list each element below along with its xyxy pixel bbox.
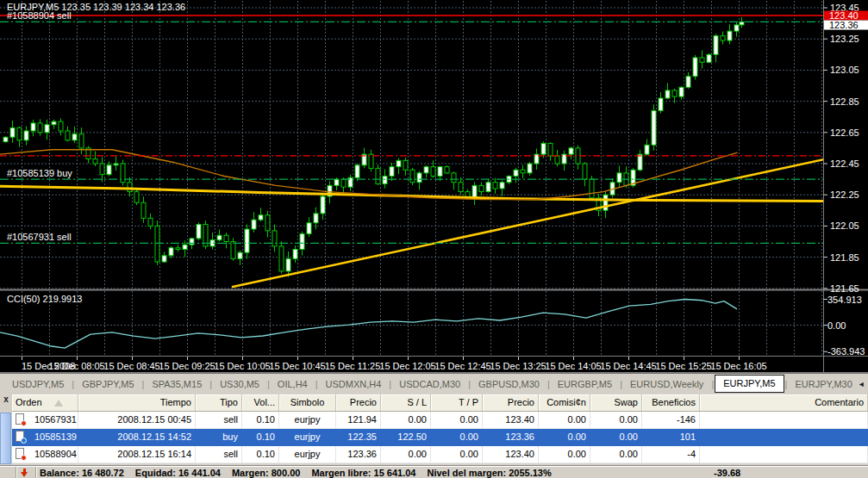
tab-separator: | xyxy=(711,379,714,389)
cell-tiempo: 2008.12.15 16:14 xyxy=(78,446,196,463)
time-tick-label: 15 Dec 10:45 xyxy=(269,361,325,371)
header-s-l[interactable]: S / L xyxy=(381,394,431,411)
chart-canvas[interactable]: 123.45123.25123.05122.85122.65122.45122.… xyxy=(0,0,868,373)
header-t-p[interactable]: T / P xyxy=(431,394,483,411)
cci-indicator-label: CCI(50) 219.9913 xyxy=(7,294,82,304)
order-buy-icon xyxy=(16,431,26,443)
mt4-window: 123.45123.25123.05122.85122.65122.45122.… xyxy=(0,0,868,478)
cell-simbolo: eurjpy xyxy=(279,446,336,463)
terminal-panel: x OrdenTiempoTipoVol...SimboloPrecioS / … xyxy=(0,394,868,465)
tab-usdcad-m30[interactable]: USDCAD,M30 xyxy=(392,376,467,393)
header-simbolo[interactable]: Simbolo xyxy=(279,394,336,411)
tab-usdmxn-h4[interactable]: USDMXN,H4 xyxy=(319,376,389,393)
cell-vol-: 0.10 xyxy=(242,446,279,463)
order-row-10588904[interactable]: 105889042008.12.15 16:14sell0.10eurjpy12… xyxy=(12,446,868,463)
cell-tiempo: 2008.12.15 14:52 xyxy=(78,429,196,446)
cell-vol-: 0.10 xyxy=(242,429,279,446)
chart-area: 123.45123.25123.05122.85122.65122.45122.… xyxy=(0,0,868,373)
header-comentario[interactable]: Comentario xyxy=(700,394,868,411)
cci-scale-label: 354.913 xyxy=(827,295,862,305)
order-line-label-sell-10588904: #10588904 sell xyxy=(7,10,72,21)
cell-beneficios: -146 xyxy=(642,412,700,429)
cell-beneficios: -4 xyxy=(642,446,700,463)
cell-precio: 123.40 xyxy=(483,412,539,429)
price-tick-label: 122.45 xyxy=(830,158,859,169)
tab-separator: | xyxy=(267,379,270,389)
header-vol-[interactable]: Vol... xyxy=(242,394,279,411)
terminal-close-button[interactable]: x xyxy=(1,394,11,405)
tab-gbpjpy-m5[interactable]: GBPJPY,M5 xyxy=(75,376,141,393)
tab-us30-m5[interactable]: US30,M5 xyxy=(213,376,266,393)
tab-eurusd-weekly[interactable]: EURUSD,Weekly xyxy=(623,376,710,393)
floating-profit-value: -39.68 xyxy=(714,468,740,478)
price-tick-label: 122.05 xyxy=(830,220,859,231)
header-precio[interactable]: Precio xyxy=(336,394,381,411)
header-beneficios[interactable]: Beneficios xyxy=(642,394,700,411)
status-divider xyxy=(35,467,36,478)
cell-vol-: 0.10 xyxy=(242,412,279,429)
status-segment: Margen: 800.00 xyxy=(232,468,300,478)
header-comisi-n[interactable]: Comisi¢n xyxy=(539,394,590,411)
chart-tabs-bar: USDJPY,M5|GBPJPY,M5|SPA35,M15|US30,M5|OI… xyxy=(0,373,868,394)
header-tiempo[interactable]: Tiempo xyxy=(78,394,196,411)
price-tick-label: 121.65 xyxy=(830,283,859,294)
tab-eurjpy-m5[interactable]: EURJPY,M5 xyxy=(715,375,784,393)
header-precio[interactable]: Precio xyxy=(483,394,539,411)
time-tick-label: 15 Dec 12:05 xyxy=(379,361,435,371)
price-tick-label: 122.85 xyxy=(830,96,859,107)
price-tick-label: 122.65 xyxy=(830,127,859,138)
tab-eurjpy-m30[interactable]: EURJPY,M30 xyxy=(788,376,859,393)
orders-table-header: OrdenTiempoTipoVol...SimboloPrecioS / LT… xyxy=(12,394,868,412)
cell-tiempo: 2008.12.15 00:45 xyxy=(78,412,196,429)
cell-s-l: 0.00 xyxy=(381,412,431,429)
order-row-10567931[interactable]: 105679312008.12.15 00:45sell0.10eurjpy12… xyxy=(12,412,868,429)
time-tick-label: 15 Dec 16:05 xyxy=(710,361,766,371)
tab-separator: | xyxy=(785,379,788,389)
account-status-text: Balance: 16 480.72Equidad: 16 441.04Marg… xyxy=(40,468,563,478)
price-tick-label: 122.25 xyxy=(830,189,859,200)
tab-spa35-m15[interactable]: SPA35,M15 xyxy=(145,376,209,393)
header-tipo[interactable]: Tipo xyxy=(196,394,242,411)
status-bar: Balance: 16 480.72Equidad: 16 441.04Marg… xyxy=(0,465,868,478)
tab-scroll-left-icon[interactable]: ◂ xyxy=(859,379,864,388)
status-segment: Margen libre: 15 641.04 xyxy=(311,468,415,478)
cell-comisi-n: 0.00 xyxy=(539,412,590,429)
cell-precio: 122.35 xyxy=(336,429,381,446)
time-tick-label: 15 Dec 12:45 xyxy=(434,361,490,371)
tab-eurgbp-m5[interactable]: EURGBP,M5 xyxy=(551,376,619,393)
cci-scale-label: -363.943 xyxy=(827,346,865,357)
cell-swap: 0.00 xyxy=(590,429,642,446)
price-tick-label: 121.85 xyxy=(830,252,859,263)
cell-comentario xyxy=(700,412,868,429)
time-tick-label: 15 Dec 10:05 xyxy=(214,361,270,371)
tab-oil-h4[interactable]: OIL,H4 xyxy=(271,376,315,393)
status-segment: Equidad: 16 441.04 xyxy=(135,468,221,478)
tab-gbpusd-m30[interactable]: GBPUSD,M30 xyxy=(471,376,546,393)
cell-swap: 0.00 xyxy=(590,412,642,429)
cell-comentario xyxy=(700,446,868,463)
header-orden[interactable]: Orden xyxy=(12,394,78,411)
time-tick-label: 15 Dec 08:45 xyxy=(103,361,159,371)
time-tick-label: 15 Dec 08:05 xyxy=(48,361,104,371)
header-swap[interactable]: Swap xyxy=(590,394,642,411)
terminal-drag-strip[interactable] xyxy=(0,413,11,464)
cell-swap: 0.00 xyxy=(590,446,642,463)
tab-separator: | xyxy=(468,379,471,389)
cell-orden: 10588904 xyxy=(12,446,78,463)
cell-comisi-n: 0.00 xyxy=(539,429,590,446)
status-divider xyxy=(16,467,16,478)
tab-separator: | xyxy=(389,379,391,389)
cell-precio: 123.40 xyxy=(483,446,539,463)
price-tick-label: 123.25 xyxy=(830,34,859,44)
bid-marker-value: 123.36 xyxy=(829,20,859,30)
cell-beneficios: 101 xyxy=(642,429,700,446)
orders-table: OrdenTiempoTipoVol...SimboloPrecioS / LT… xyxy=(12,394,868,463)
time-tick-label: 15 Dec 14:05 xyxy=(545,361,601,371)
tab-usdjpy-m5[interactable]: USDJPY,M5 xyxy=(5,376,71,393)
cell-comisi-n: 0.00 xyxy=(539,446,590,463)
status-segment: Balance: 16 480.72 xyxy=(40,468,124,478)
cell-t-p: 0.00 xyxy=(431,429,483,446)
cell-simbolo: eurjpy xyxy=(279,429,336,446)
order-row-10585139[interactable]: 105851392008.12.15 14:52buy0.10eurjpy122… xyxy=(12,429,868,446)
tab-separator: | xyxy=(620,379,622,389)
